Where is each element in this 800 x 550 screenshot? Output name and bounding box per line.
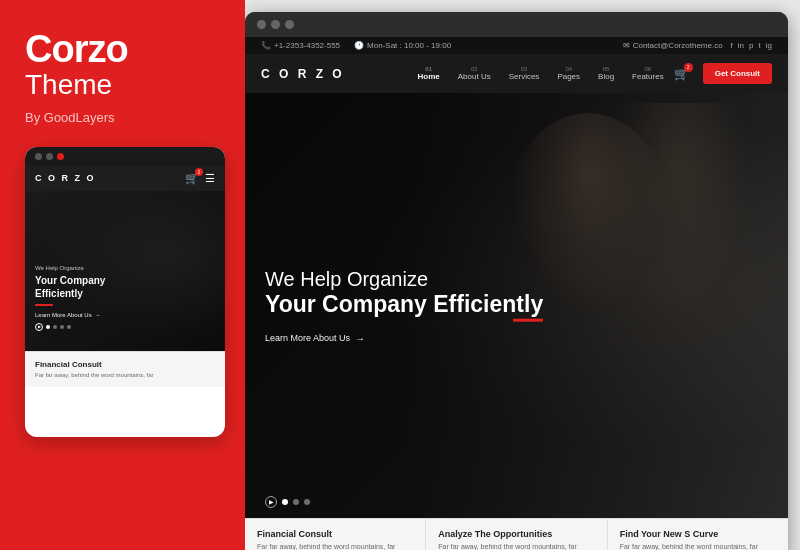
pinterest-icon[interactable]: p xyxy=(749,41,753,50)
mobile-nav-icons: 🛒 2 ☰ xyxy=(185,172,215,185)
instagram-icon[interactable]: ig xyxy=(766,41,772,50)
site-cards: Financial Consult Far far away, behind t… xyxy=(245,518,788,551)
mobile-slide-dot-2 xyxy=(53,325,57,329)
card-financial: Financial Consult Far far away, behind t… xyxy=(245,519,426,551)
browser-window-dots xyxy=(257,20,294,29)
site-navbar: C O R Z O 01Home 02About Us 03Services 0… xyxy=(245,54,788,93)
mobile-browser-bar xyxy=(25,147,225,166)
browser-chrome xyxy=(245,12,788,37)
site-hero: We Help Organize Your Company Efficientl… xyxy=(245,93,788,518)
mobile-hero-underline xyxy=(35,304,53,306)
mobile-hero-content: We Help Organize Your CompanyEfficiently… xyxy=(35,265,215,331)
brand-name: Corzo Theme By GoodLayers xyxy=(25,30,220,125)
mobile-dot-1 xyxy=(35,153,42,160)
phone-icon: 📞 xyxy=(261,41,271,50)
mobile-slide-dot-3 xyxy=(60,325,64,329)
browser-content: 📞 +1-2353-4352-555 🕐 Mon-Sat : 10:00 - 1… xyxy=(245,37,788,550)
browser-dot-3 xyxy=(285,20,294,29)
hero-content: We Help Organize Your Company Efficientl… xyxy=(265,267,543,344)
left-panel: Corzo Theme By GoodLayers C O R Z O 🛒 2 … xyxy=(0,0,245,550)
mobile-cart-icon: 🛒 2 xyxy=(185,172,199,185)
social-icons: f in p t ig xyxy=(731,41,772,50)
browser-dot-2 xyxy=(271,20,280,29)
hero-dot-3[interactable] xyxy=(304,499,310,505)
card-title-2: Analyze The Opportunities xyxy=(438,529,594,539)
twitter-icon[interactable]: t xyxy=(759,41,761,50)
topbar-left: 📞 +1-2353-4352-555 🕐 Mon-Sat : 10:00 - 1… xyxy=(261,41,451,50)
topbar-hours: 🕐 Mon-Sat : 10:00 - 19:00 xyxy=(354,41,451,50)
card-text-3: Far far away, behind the word mountains,… xyxy=(620,542,776,551)
site-logo: C O R Z O xyxy=(261,67,345,81)
card-curve: Find Your New S Curve Far far away, behi… xyxy=(608,519,788,551)
mobile-browser-dots xyxy=(35,153,64,160)
mobile-mockup: C O R Z O 🛒 2 ☰ We Help Organize Your Co… xyxy=(25,147,225,437)
nav-cart-icon[interactable]: 🛒 2 xyxy=(674,67,689,81)
card-opportunities: Analyze The Opportunities Far far away, … xyxy=(426,519,607,551)
mobile-slide-dot-4 xyxy=(67,325,71,329)
hero-slider-dots: ▶ xyxy=(265,496,310,508)
nav-item-about[interactable]: 02About Us xyxy=(450,62,499,85)
hero-title-bold: Your Company Efficiently xyxy=(265,291,543,319)
mobile-dot-3 xyxy=(57,153,64,160)
topbar-email: ✉ Contact@Corzotheme.co xyxy=(623,41,723,50)
card-title-3: Find Your New S Curve xyxy=(620,529,776,539)
hero-dot-2[interactable] xyxy=(293,499,299,505)
mobile-dot-2 xyxy=(46,153,53,160)
nav-item-blog[interactable]: 05Blog xyxy=(590,62,622,85)
mobile-hero-cta: Learn More About Us → xyxy=(35,312,215,318)
card-text-1: Far far away, behind the word mountains,… xyxy=(257,542,413,551)
nav-cta-button[interactable]: Get Consult xyxy=(703,63,772,84)
mobile-slide-dot-1 xyxy=(46,325,50,329)
nav-item-pages[interactable]: 04Pages xyxy=(549,62,588,85)
nav-item-features[interactable]: 06Features xyxy=(624,62,672,85)
hero-cta-arrow-icon: → xyxy=(355,333,365,344)
browser-dot-1 xyxy=(257,20,266,29)
hero-dot-1[interactable] xyxy=(282,499,288,505)
nav-item-home[interactable]: 01Home xyxy=(410,62,448,85)
hero-cta-link[interactable]: Learn More About Us → xyxy=(265,333,543,344)
nav-item-services[interactable]: 03Services xyxy=(501,62,548,85)
topbar-phone: 📞 +1-2353-4352-555 xyxy=(261,41,340,50)
mobile-hamburger-icon: ☰ xyxy=(205,172,215,185)
nav-cart-badge: 2 xyxy=(684,63,693,72)
mobile-cart-badge: 2 xyxy=(195,168,203,176)
site-nav: 01Home 02About Us 03Services 04Pages 05B… xyxy=(410,62,772,85)
facebook-icon[interactable]: f xyxy=(731,41,733,50)
linkedin-icon[interactable]: in xyxy=(738,41,744,50)
mobile-footer-section: Financial Consult Far far away, behind t… xyxy=(25,351,225,387)
hero-underline xyxy=(513,319,543,322)
clock-icon: 🕐 xyxy=(354,41,364,50)
mobile-hero-dots: ▶ xyxy=(35,323,215,331)
card-title-1: Financial Consult xyxy=(257,529,413,539)
email-icon: ✉ xyxy=(623,41,630,50)
hero-play-icon[interactable]: ▶ xyxy=(265,496,277,508)
mobile-cta-arrow-icon: → xyxy=(95,312,101,318)
mobile-hero: We Help Organize Your CompanyEfficiently… xyxy=(25,191,225,351)
topbar-right: ✉ Contact@Corzotheme.co f in p t ig xyxy=(623,41,772,50)
mobile-navbar: C O R Z O 🛒 2 ☰ xyxy=(25,166,225,191)
site-topbar: 📞 +1-2353-4352-555 🕐 Mon-Sat : 10:00 - 1… xyxy=(245,37,788,54)
desktop-browser-mockup: 📞 +1-2353-4352-555 🕐 Mon-Sat : 10:00 - 1… xyxy=(245,12,788,550)
card-text-2: Far far away, behind the word mountains,… xyxy=(438,542,594,551)
mobile-play-icon: ▶ xyxy=(35,323,43,331)
